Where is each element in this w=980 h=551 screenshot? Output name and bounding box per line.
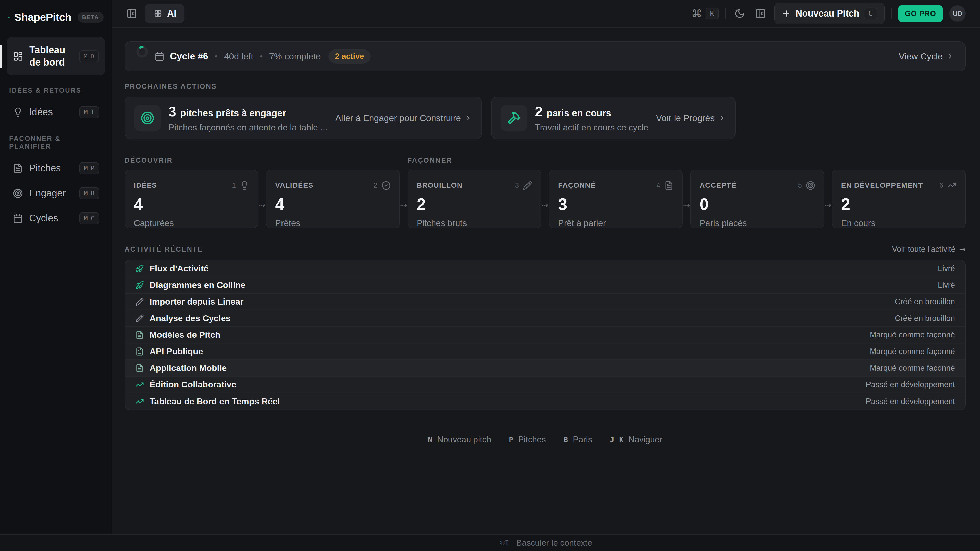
active-indicator bbox=[0, 45, 2, 68]
activity-row[interactable]: Importer depuis Linear Créé en brouillon bbox=[125, 294, 965, 310]
sidebar-item-dashboard[interactable]: Tableau de bord MD bbox=[6, 37, 105, 75]
action-icon-tile bbox=[134, 105, 161, 131]
next-actions-grid: 3 pitches prêts à engager Pitches façonn… bbox=[124, 97, 966, 139]
context-toggle-label: Basculer le contexte bbox=[516, 538, 592, 548]
activity-list: Flux d'Activité Livré Diagrammes en Coll… bbox=[124, 260, 966, 410]
activity-row[interactable]: Application Mobile Marqué comme façonné bbox=[125, 360, 965, 376]
bottom-bar: ⌘I Basculer le contexte bbox=[0, 534, 980, 551]
sidebar-item-engager[interactable]: Engager MB bbox=[6, 182, 105, 205]
activity-row[interactable]: Diagrammes en Colline Livré bbox=[125, 277, 965, 294]
new-pitch-button[interactable]: Nouveau Pitch C bbox=[774, 3, 885, 24]
app-root: ShapePitch BETA Tableau de bord MD IDÉES… bbox=[0, 0, 980, 534]
topbar: AI ⌘ K Nouveau Pitch C bbox=[112, 0, 980, 27]
file-text-icon bbox=[135, 364, 144, 372]
stat-card-developpement[interactable]: EN DÉVELOPPEMENT 6 2 En cours bbox=[832, 170, 966, 228]
activity-row[interactable]: Flux d'Activité Livré bbox=[125, 260, 965, 277]
panel-toggle-button[interactable] bbox=[753, 6, 768, 21]
sidebar-item-cycles[interactable]: Cycles MC bbox=[6, 207, 105, 230]
theme-toggle-button[interactable] bbox=[732, 6, 747, 21]
step-number: 3 bbox=[515, 182, 519, 189]
avatar[interactable]: UD bbox=[950, 5, 966, 22]
stat-value: 3 bbox=[558, 196, 673, 213]
action-icon-tile bbox=[501, 105, 527, 131]
pencil-icon bbox=[135, 314, 144, 323]
view-cycle-link[interactable]: View Cycle bbox=[899, 51, 954, 62]
shortcut-badge: MC bbox=[80, 212, 99, 224]
activity-label: ACTIVITÉ RÉCENTE bbox=[124, 245, 203, 253]
divider bbox=[725, 8, 726, 19]
calendar-icon bbox=[155, 52, 164, 61]
flow-arrow-icon: ⇢ bbox=[259, 200, 266, 210]
hint-paris: B Paris bbox=[564, 435, 592, 445]
target-icon bbox=[806, 181, 815, 190]
stat-sublabel: En cours bbox=[841, 218, 956, 228]
flow-arrow-icon: ⇢ bbox=[683, 200, 690, 210]
stat-value: 4 bbox=[134, 196, 249, 213]
group-label-decouvrir: DÉCOUVRIR bbox=[124, 157, 400, 165]
stat-card-brouillon[interactable]: BROUILLON 3 2 Pitches bruts ⇢ bbox=[407, 170, 541, 228]
action-card-engager[interactable]: 3 pitches prêts à engager Pitches façonn… bbox=[124, 97, 482, 139]
sidebar: ShapePitch BETA Tableau de bord MD IDÉES… bbox=[0, 0, 112, 534]
step-number: 1 bbox=[232, 182, 236, 189]
c-key-badge: C bbox=[864, 8, 877, 19]
sidebar-item-label: Pitches bbox=[29, 162, 73, 175]
file-text-icon bbox=[664, 181, 673, 190]
rocket-icon bbox=[135, 264, 144, 273]
activity-row[interactable]: Tableau de Bord en Temps Réel Passé en d… bbox=[125, 393, 965, 410]
divider bbox=[891, 8, 892, 19]
sidebar-nav: Tableau de bord MD IDÉES & RETOURS Idées… bbox=[6, 37, 105, 230]
trending-up-icon bbox=[135, 397, 144, 406]
action-subtitle: Pitches façonnés en attente de la table … bbox=[169, 122, 328, 132]
cycle-title: Cycle #6 bbox=[170, 51, 208, 62]
chevron-right-icon bbox=[718, 114, 726, 122]
calendar-icon bbox=[13, 213, 23, 224]
activity-row[interactable]: Modèles de Pitch Marqué comme façonné bbox=[125, 327, 965, 343]
stat-card-faconne[interactable]: FAÇONNÉ 4 3 Prêt à parier ⇢ bbox=[549, 170, 682, 228]
activity-row[interactable]: Édition Collaborative Passé en développe… bbox=[125, 376, 965, 393]
view-all-activity-link[interactable]: Voir toute l'activité → bbox=[892, 245, 966, 254]
main-area: AI ⌘ K Nouveau Pitch C bbox=[112, 0, 980, 534]
step-number: 6 bbox=[939, 182, 943, 189]
arrow-right-icon: → bbox=[959, 245, 966, 254]
active-count-badge: 2 active bbox=[328, 49, 371, 64]
hint-naviguer: J K Naviguer bbox=[610, 435, 662, 445]
panel-left-close-icon bbox=[126, 8, 137, 19]
action-title: paris en cours bbox=[547, 108, 611, 119]
command-icon: ⌘ bbox=[692, 8, 702, 19]
flow-arrow-icon: ⇢ bbox=[400, 200, 407, 210]
activity-row[interactable]: API Publique Marqué comme façonné bbox=[125, 343, 965, 360]
stat-card-idees[interactable]: IDÉES 1 4 Capturées ⇢ bbox=[124, 170, 258, 228]
ai-button[interactable]: AI bbox=[145, 4, 184, 23]
stat-value: 0 bbox=[700, 196, 815, 213]
moon-icon bbox=[734, 8, 745, 19]
sidebar-section-ideas: IDÉES & RETOURS bbox=[9, 86, 103, 94]
activity-row[interactable]: Analyse des Cycles Créé en brouillon bbox=[125, 310, 965, 327]
stat-value: 2 bbox=[417, 196, 532, 213]
cycle-progress: 7% complete bbox=[269, 51, 321, 62]
action-link[interactable]: Voir le Progrès bbox=[656, 113, 726, 123]
chevron-right-icon bbox=[946, 52, 954, 60]
sidebar-item-label: Tableau de bord bbox=[29, 44, 73, 68]
panel-icon bbox=[755, 8, 766, 19]
collapse-sidebar-button[interactable] bbox=[124, 6, 139, 21]
command-palette-shortcut[interactable]: ⌘ K bbox=[692, 8, 719, 19]
file-text-icon bbox=[135, 347, 144, 356]
action-card-progres[interactable]: 2 paris en cours Travail actif en cours … bbox=[491, 97, 735, 139]
step-number: 4 bbox=[656, 182, 660, 189]
stat-card-validees[interactable]: VALIDÉES 2 4 Prêtes ⇢ bbox=[266, 170, 400, 228]
action-count: 3 bbox=[169, 103, 176, 119]
file-text-icon bbox=[13, 163, 23, 173]
action-title: pitches prêts à engager bbox=[180, 108, 286, 119]
cycle-banner[interactable]: Cycle #6 • 40d left • 7% complete 2 acti… bbox=[124, 41, 966, 71]
sidebar-item-idees[interactable]: Idées MI bbox=[6, 101, 105, 124]
sidebar-item-label: Idées bbox=[29, 106, 73, 118]
hint-pitches: P Pitches bbox=[509, 435, 546, 445]
keyboard-hints: N Nouveau pitch P Pitches B Paris J K Na… bbox=[124, 435, 966, 445]
clover-icon bbox=[153, 8, 163, 19]
hint-new-pitch: N Nouveau pitch bbox=[428, 435, 491, 445]
stat-card-accepte[interactable]: ACCEPTÉ 5 0 Paris placés ⇢ bbox=[690, 170, 824, 228]
go-pro-button[interactable]: GO PRO bbox=[898, 5, 943, 22]
action-link[interactable]: Aller à Engager pour Construire bbox=[335, 113, 472, 123]
sidebar-item-pitches[interactable]: Pitches MP bbox=[6, 157, 105, 179]
beta-badge: BETA bbox=[78, 12, 103, 23]
